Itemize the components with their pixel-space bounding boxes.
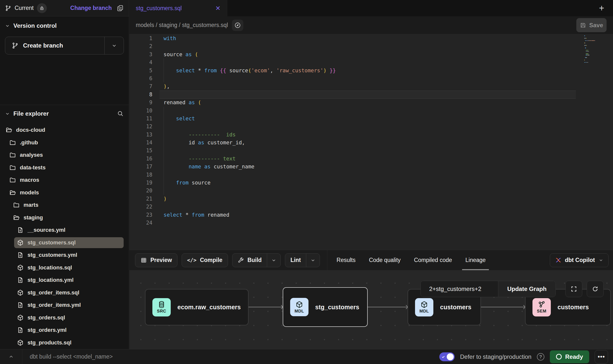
- file-tree-item-staging[interactable]: staging: [0, 211, 129, 224]
- line-number: 12: [129, 123, 152, 130]
- file-tree-item-label: analyses: [20, 152, 43, 158]
- code-text: source as (: [164, 51, 198, 58]
- file-tree: docs-cloud.githubanalysesdata-testsmacro…: [0, 119, 129, 349]
- file-tree-item-stg_locations.yml[interactable]: stg_locations.yml: [0, 274, 129, 286]
- badge-label: SEM: [537, 309, 546, 314]
- fullscreen-button[interactable]: [565, 281, 582, 297]
- file-tree-item-stg_order_items.yml[interactable]: stg_order_items.yml: [0, 299, 129, 312]
- command-bar-expand-button[interactable]: [0, 349, 22, 364]
- build-button[interactable]: Build: [232, 253, 281, 267]
- line-number: 11: [129, 115, 152, 123]
- new-tab-button[interactable]: +: [597, 3, 607, 13]
- command-input[interactable]: dbt build --select <model_name>: [30, 353, 113, 360]
- line-number: 8: [129, 91, 152, 99]
- file-tree-item-stg_customers.sql[interactable]: stg_customers.sql: [0, 236, 129, 249]
- code-line-8: 8: [129, 91, 613, 99]
- help-icon[interactable]: ?: [537, 353, 544, 361]
- file-tree-item-stg_customers.yml[interactable]: stg_customers.yml: [0, 249, 129, 261]
- file-tree-item-.github[interactable]: .github: [0, 136, 129, 149]
- create-branch-main[interactable]: Create branch: [5, 37, 104, 54]
- code-text: select * from renamed: [164, 211, 229, 219]
- chevron-down-icon: [599, 258, 603, 262]
- close-icon[interactable]: ✕: [215, 5, 221, 11]
- file-tree-item-label: marts: [24, 202, 38, 208]
- version-control-header[interactable]: Version control: [5, 22, 124, 29]
- code-line-13: 13 ---------- ids: [129, 131, 613, 139]
- code-editor[interactable]: 1with23source as (45 select * from {{ so…: [129, 34, 613, 250]
- file-tree-item-models[interactable]: models: [0, 186, 129, 199]
- preview-label: Preview: [150, 257, 172, 263]
- create-branch-button[interactable]: Create branch: [5, 37, 124, 54]
- git-branch-icon: [5, 5, 11, 11]
- compile-button[interactable]: </> Compile: [182, 253, 228, 267]
- lineage-node-ecom.raw_customers[interactable]: SRCecom.raw_customers: [145, 289, 249, 325]
- node-label: ecom.raw_customers: [177, 304, 241, 311]
- lineage-selector-input[interactable]: 2+stg_customers+2: [421, 281, 498, 297]
- current-line-highlight: [160, 91, 576, 99]
- ready-status-button[interactable]: Ready: [550, 350, 589, 363]
- copilot-compass-button[interactable]: [232, 20, 243, 31]
- more-options-button[interactable]: •••: [595, 350, 608, 364]
- refresh-button[interactable]: [587, 281, 604, 297]
- code-text: ---------- text: [164, 155, 236, 163]
- file-tree-item-label: docs-cloud: [16, 127, 45, 133]
- file-tree-item-data-tests[interactable]: data-tests: [0, 161, 129, 174]
- line-number: 10: [129, 107, 152, 115]
- status-circle-icon: [556, 354, 562, 360]
- badge-label: SRC: [157, 309, 166, 314]
- dbt-copilot-button[interactable]: dbt Copilot: [550, 253, 609, 267]
- create-branch-dropdown[interactable]: [104, 37, 124, 54]
- panel-tab-results[interactable]: Results: [330, 250, 362, 270]
- file-tree-item-__sources.yml[interactable]: __sources.yml: [0, 224, 129, 236]
- file-tree-item-stg_order_items.sql[interactable]: stg_order_items.sql: [0, 286, 129, 299]
- file-tree-item-stg_orders.sql[interactable]: stg_orders.sql: [0, 312, 129, 324]
- lineage-node-stg_customers[interactable]: MDLstg_customers: [283, 287, 368, 327]
- editor-tab[interactable]: stg_customers.sql ✕: [129, 0, 227, 16]
- line-number: 23: [129, 211, 152, 219]
- file-tree-item-stg_locations.sql[interactable]: stg_locations.sql: [0, 261, 129, 274]
- code-line-15: 15: [129, 147, 613, 155]
- main-area: stg_customers.sql ✕ + models / staging /…: [129, 0, 613, 349]
- file-explorer-header[interactable]: File explorer: [0, 108, 129, 119]
- lineage-canvas[interactable]: SRCecom.raw_customersMDLstg_customersMDL…: [129, 270, 613, 349]
- file-tree-item-analyses[interactable]: analyses: [0, 149, 129, 161]
- file-tree-item-label: macros: [20, 177, 39, 183]
- line-number: 18: [129, 171, 152, 179]
- lineage-edge: [249, 307, 283, 307]
- editor-minimap[interactable]: [584, 35, 608, 64]
- code-brackets-icon: </>: [187, 257, 196, 263]
- file-explorer-title: File explorer: [13, 110, 49, 117]
- graph-icon: [538, 301, 546, 309]
- update-graph-button[interactable]: Update Graph: [498, 281, 556, 297]
- code-text: from source: [164, 179, 211, 187]
- panel-tab-code-quality[interactable]: Code quality: [362, 250, 407, 270]
- build-dropdown[interactable]: [267, 254, 280, 267]
- file-tree-item-marts[interactable]: marts: [0, 199, 129, 211]
- search-icon[interactable]: [117, 110, 124, 117]
- code-line-17: 17 name as customer_name: [129, 163, 613, 171]
- panel-tab-lineage[interactable]: Lineage: [459, 250, 492, 270]
- copy-branch-icon[interactable]: [116, 4, 124, 12]
- lint-dropdown[interactable]: [306, 254, 320, 267]
- lint-label: Lint: [290, 257, 301, 263]
- preview-button[interactable]: Preview: [135, 253, 177, 267]
- file-tree-item-label: staging: [24, 214, 43, 221]
- change-branch-link[interactable]: Change branch: [70, 5, 112, 11]
- file-tree-item-label: stg_products.sql: [28, 339, 71, 346]
- defer-toggle[interactable]: [439, 352, 455, 361]
- save-button[interactable]: Save: [576, 18, 607, 32]
- file-tree-item-docs-cloud[interactable]: docs-cloud: [0, 124, 129, 136]
- file-tree-item-label: stg_order_items.yml: [28, 302, 81, 308]
- code-text: name as customer_name: [164, 163, 254, 171]
- file-tree-item-macros[interactable]: macros: [0, 174, 129, 186]
- file-icon: [17, 227, 24, 234]
- node-label: stg_customers: [315, 304, 359, 311]
- panel-tab-compiled-code[interactable]: Compiled code: [407, 250, 459, 270]
- ready-label: Ready: [565, 353, 583, 360]
- chevron-up-icon: [8, 354, 14, 360]
- compass-icon: [234, 22, 241, 29]
- file-tree-item-stg_products.sql[interactable]: stg_products.sql: [0, 337, 129, 349]
- file-tree-item-stg_orders.yml[interactable]: stg_orders.yml: [0, 324, 129, 337]
- file-tree-item-label: stg_locations.sql: [28, 264, 72, 271]
- lint-button[interactable]: Lint: [285, 253, 320, 267]
